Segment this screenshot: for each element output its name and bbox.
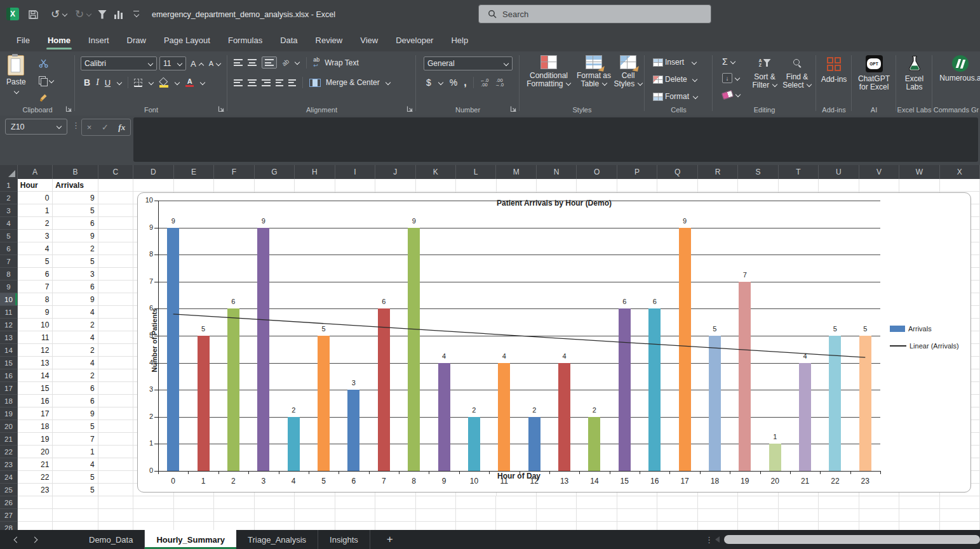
number-dialog-launcher[interactable] <box>510 105 518 113</box>
find-select-button[interactable]: Find & Select <box>782 55 812 89</box>
cell-B11[interactable]: 4 <box>53 306 98 319</box>
bar-hour-20[interactable] <box>769 444 781 471</box>
cell-D1[interactable] <box>133 179 173 192</box>
column-header-M[interactable]: M <box>496 165 536 179</box>
cell-N1[interactable] <box>537 179 577 192</box>
cell-C12[interactable] <box>98 319 134 331</box>
cell-U1[interactable] <box>819 179 859 192</box>
column-header-A[interactable]: A <box>18 165 53 179</box>
clear-chevron-icon[interactable] <box>735 92 741 98</box>
clipboard-dialog-launcher[interactable] <box>65 105 73 113</box>
cell-K1[interactable] <box>416 179 456 192</box>
cell-S1[interactable] <box>738 179 778 192</box>
decrease-font-button[interactable]: A <box>207 56 222 70</box>
cell-C9[interactable] <box>98 281 134 293</box>
cell-I28[interactable] <box>335 522 375 530</box>
column-header-Q[interactable]: Q <box>657 165 697 179</box>
bar-hour-18[interactable] <box>709 336 721 471</box>
row-header-7[interactable]: 7 <box>0 255 18 268</box>
column-header-V[interactable]: V <box>859 165 899 179</box>
ribbon-tab-review[interactable]: Review <box>307 29 352 51</box>
cell-E1[interactable] <box>174 179 214 192</box>
column-header-D[interactable]: D <box>133 165 173 179</box>
bar-hour-11[interactable] <box>498 363 510 471</box>
column-header-P[interactable]: P <box>617 165 657 179</box>
cell-A4[interactable]: 2 <box>18 217 53 230</box>
cell-F28[interactable] <box>214 522 254 530</box>
column-header-I[interactable]: I <box>335 165 375 179</box>
cell-B4[interactable]: 6 <box>53 217 98 230</box>
name-box[interactable]: Z10 <box>5 119 67 135</box>
insert-cells-button[interactable]: Insert <box>651 55 700 69</box>
column-header-U[interactable]: U <box>819 165 859 179</box>
cell-H1[interactable] <box>295 179 335 192</box>
numerous-button[interactable]: Numerous.a <box>944 55 977 83</box>
cell-C8[interactable] <box>98 268 134 281</box>
cell-A19[interactable]: 17 <box>18 407 53 420</box>
cell-B13[interactable]: 4 <box>53 331 98 344</box>
new-sheet-button[interactable]: + <box>370 530 410 549</box>
cell-N26[interactable] <box>537 496 577 509</box>
cell-Q27[interactable] <box>657 509 697 522</box>
cell-B18[interactable]: 6 <box>53 395 98 407</box>
row-header-24[interactable]: 24 <box>0 471 18 484</box>
cell-U28[interactable] <box>819 522 859 530</box>
row-header-27[interactable]: 27 <box>0 509 18 522</box>
cell-B23[interactable]: 4 <box>53 458 98 471</box>
ribbon-tab-file[interactable]: File <box>8 29 39 51</box>
ribbon-tab-page-layout[interactable]: Page Layout <box>155 29 219 51</box>
sheet-tab-demo_data[interactable]: Demo_Data <box>77 530 145 549</box>
cell-N28[interactable] <box>537 522 577 530</box>
cell-C4[interactable] <box>98 217 134 230</box>
next-sheet-button[interactable] <box>32 537 38 543</box>
bar-hour-23[interactable] <box>859 336 871 471</box>
cell-S28[interactable] <box>738 522 778 530</box>
column-header-W[interactable]: W <box>899 165 939 179</box>
align-center-button[interactable] <box>248 79 257 86</box>
font-color-chevron-icon[interactable] <box>199 80 205 86</box>
cell-L1[interactable] <box>456 179 496 192</box>
cell-A8[interactable]: 6 <box>18 268 53 281</box>
cell-N27[interactable] <box>537 509 577 522</box>
cut-button[interactable] <box>37 56 56 70</box>
cell-B5[interactable]: 9 <box>53 230 98 242</box>
ribbon-tab-help[interactable]: Help <box>442 29 477 51</box>
cell-U26[interactable] <box>819 496 859 509</box>
formula-input[interactable] <box>133 117 978 162</box>
align-bottom-button[interactable] <box>262 56 277 69</box>
cell-H26[interactable] <box>295 496 335 509</box>
row-header-5[interactable]: 5 <box>0 230 18 242</box>
cell-E26[interactable] <box>174 496 214 509</box>
cell-G27[interactable] <box>255 509 295 522</box>
cell-I26[interactable] <box>335 496 375 509</box>
column-header-X[interactable]: X <box>940 165 980 179</box>
cell-A24[interactable]: 22 <box>18 471 53 484</box>
cell-B21[interactable]: 7 <box>53 433 98 446</box>
cell-A9[interactable]: 7 <box>18 281 53 293</box>
horizontal-scrollbar-thumb[interactable] <box>724 535 980 544</box>
cell-X26[interactable] <box>940 496 980 509</box>
align-middle-button[interactable] <box>248 59 257 66</box>
cell-A5[interactable]: 3 <box>18 230 53 242</box>
cell-C13[interactable] <box>98 331 134 344</box>
cell-A27[interactable] <box>18 509 53 522</box>
row-header-8[interactable]: 8 <box>0 268 18 281</box>
row-header-20[interactable]: 20 <box>0 420 18 433</box>
cell-D27[interactable] <box>133 509 173 522</box>
align-right-button[interactable] <box>262 79 271 86</box>
row-header-15[interactable]: 15 <box>0 357 18 369</box>
legend-item-trendline[interactable]: Linear (Arrivals) <box>890 341 959 350</box>
cell-B8[interactable]: 3 <box>53 268 98 281</box>
row-header-9[interactable]: 9 <box>0 281 18 293</box>
row-header-19[interactable]: 19 <box>0 407 18 420</box>
cell-G1[interactable] <box>255 179 295 192</box>
cell-X27[interactable] <box>940 509 980 522</box>
cell-O1[interactable] <box>577 179 617 192</box>
cell-G26[interactable] <box>255 496 295 509</box>
cell-A13[interactable]: 11 <box>18 331 53 344</box>
ribbon-tab-data[interactable]: Data <box>271 29 306 51</box>
number-format-select[interactable]: General <box>424 56 513 70</box>
sheet-tab-triage_analysis[interactable]: Triage_Analysis <box>236 530 318 549</box>
row-header-26[interactable]: 26 <box>0 496 18 509</box>
sort-filter-button[interactable]: AZ Sort & Filter <box>749 55 780 89</box>
